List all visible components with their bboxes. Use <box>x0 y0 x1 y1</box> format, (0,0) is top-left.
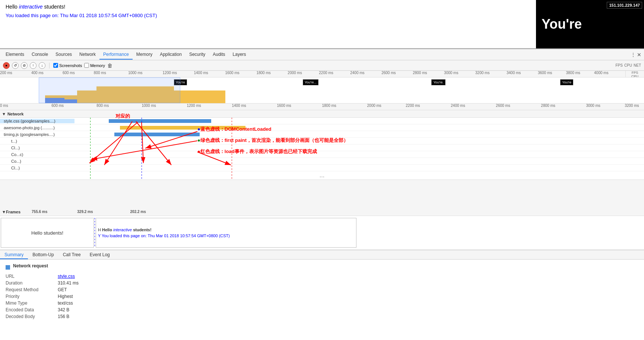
tick-3000ms: 3000 ms <box>444 71 458 75</box>
tab-memory[interactable]: Memory <box>133 50 156 60</box>
frame-duration-3: 202.2 ms <box>130 210 146 214</box>
network-row-label-6: Co...) <box>0 159 74 163</box>
frame-text-1: Hello students! <box>31 230 63 236</box>
network-row-4[interactable]: Cl...) <box>0 144 644 151</box>
page-preview: You're 151.101.229.147 <box>536 0 644 48</box>
screenshots-checkbox[interactable] <box>53 63 58 68</box>
tick-3400ms: 3400 ms <box>507 71 521 75</box>
summary-value-mime-type: text/css <box>58 301 73 306</box>
network-bar-0 <box>109 119 211 123</box>
overview-area[interactable]: You're You're... You're. You're <box>0 77 644 104</box>
hello-prefix: Hello <box>6 4 19 10</box>
frame-thumb-2-content: H Hello interactive students! Y You load… <box>96 218 356 247</box>
record-button[interactable]: ● <box>3 62 10 69</box>
network-row-5[interactable]: Co...c) <box>0 151 644 158</box>
network-bar-1 <box>120 126 245 130</box>
main-tick-2000ms: 2000 ms <box>367 104 381 108</box>
tab-summary[interactable]: Summary <box>0 250 28 259</box>
tab-network[interactable]: Network <box>76 50 99 60</box>
summary-label-decoded-body: Decoded Body <box>6 314 58 319</box>
main-tick-1200ms: 1200 ms <box>187 104 201 108</box>
cpu-label: CPU <box>624 63 632 67</box>
frame2-line1: H Hello interactive students! <box>98 228 152 232</box>
tick-1800ms: 1800 ms <box>256 71 270 75</box>
network-bar-area-0 <box>74 118 644 124</box>
main-tick-2400ms: 2400 ms <box>451 104 465 108</box>
main-tick-2800ms: 2800 ms <box>541 104 555 108</box>
frames-collapse-icon[interactable]: ▼ <box>2 210 6 214</box>
network-row-7[interactable]: Cl...) <box>0 165 644 171</box>
network-row-label-7: Cl...) <box>0 166 74 170</box>
more-options-icon[interactable]: ⋮ <box>630 52 636 58</box>
frame2-line2: Y You loaded this page on: Thu Mar 01 20… <box>98 233 230 238</box>
network-row-2[interactable]: timing.js (googlesamples....) <box>0 131 644 138</box>
fps-label: FPS <box>615 63 622 67</box>
close-devtools-icon[interactable]: ✕ <box>636 52 642 58</box>
network-collapse-icon[interactable]: ▼ <box>2 112 6 116</box>
tab-elements[interactable]: Elements <box>2 50 28 60</box>
upload-button[interactable]: ↑ <box>30 62 37 69</box>
hello-suffix: students! <box>43 4 66 10</box>
memory-checkbox[interactable] <box>84 63 89 68</box>
page-content: Hello interactive students! You loaded t… <box>0 0 644 48</box>
tick-3600ms: 3600 ms <box>538 71 552 75</box>
network-row-label-2: timing.js (googlesamples....) <box>0 132 74 137</box>
main-tick-1400ms: 1400 ms <box>232 104 246 108</box>
tick-600ms: 600 ms <box>63 71 75 75</box>
summary-value-request-method: GET <box>58 287 67 292</box>
devtools-tabs: Elements Console Sources Network Perform… <box>0 49 644 60</box>
download-button[interactable]: ↓ <box>39 62 45 69</box>
summary-label-mime-type: Mime Type <box>6 301 58 306</box>
network-bar-2 <box>114 133 200 136</box>
more-indicator: ... <box>0 171 644 179</box>
reload-record-button[interactable]: ↺ <box>12 62 19 69</box>
tick-800ms: 800 ms <box>94 71 106 75</box>
tab-audits[interactable]: Audits <box>209 50 229 60</box>
overview-selection[interactable] <box>39 77 180 103</box>
tab-bottom-up[interactable]: Bottom-Up <box>28 250 58 259</box>
tab-sources[interactable]: Sources <box>52 50 76 60</box>
summary-label-priority: Priority <box>6 294 58 299</box>
network-row-6[interactable]: Co...) <box>0 158 644 165</box>
memory-label: Memory <box>90 63 105 68</box>
main-tick-3200ms: 3200 ms <box>625 104 639 108</box>
network-row-label-0: style.css (googlesamples....) <box>0 119 74 123</box>
summary-row-url: URL style.css <box>6 274 638 279</box>
frame-thumb-1[interactable]: Hello students! <box>1 218 94 248</box>
tab-call-tree[interactable]: Call Tree <box>58 250 85 259</box>
ip-badge: 151.101.229.147 <box>607 2 642 9</box>
tab-performance[interactable]: Performance <box>99 50 133 60</box>
memory-checkbox-label[interactable]: Memory <box>84 63 105 68</box>
summary-value-url[interactable]: style.css <box>58 274 75 279</box>
summary-row-encoded-data: Encoded Data 342 B <box>6 307 638 312</box>
network-row-label-4: Cl...) <box>0 146 74 150</box>
summary-section-title: Network request <box>13 263 48 268</box>
network-row-0[interactable]: style.css (googlesamples....) <box>0 118 644 124</box>
tick-200ms: 200 ms <box>0 71 12 75</box>
main-tick-2200ms: 2200 ms <box>406 104 420 108</box>
summary-label-url: URL <box>6 274 58 279</box>
network-row-label-3: t...) <box>0 139 74 143</box>
network-row-label-1: awesome-photo.jpg (..........) <box>0 125 74 130</box>
network-bar-area-5 <box>74 151 644 158</box>
main-tick-1600ms: 1600 ms <box>277 104 291 108</box>
screenshots-checkbox-label[interactable]: Screenshots <box>53 63 82 68</box>
tick-2200ms: 2200 ms <box>319 71 333 75</box>
tab-event-log[interactable]: Event Log <box>85 250 114 259</box>
trash-icon[interactable]: 🗑 <box>107 63 112 69</box>
perf-toolbar: ● ↺ ⊘ ↑ ↓ Screenshots Memory 🗑 FPS CPU N… <box>0 60 644 71</box>
tab-application[interactable]: Application <box>156 50 185 60</box>
network-row-1[interactable]: awesome-photo.jpg (..........) <box>0 124 644 131</box>
network-bar-area-6 <box>74 158 644 164</box>
network-bar-area-2 <box>74 131 644 137</box>
tab-security[interactable]: Security <box>185 50 209 60</box>
frame-duration-2: 329.2 ms <box>77 210 93 214</box>
screenshot-thumb4: You're <box>560 79 573 85</box>
network-row-3[interactable]: t...) <box>0 138 644 144</box>
frame-thumb-2[interactable]: H Hello interactive students! Y You load… <box>96 218 356 248</box>
clear-button[interactable]: ⊘ <box>21 62 28 69</box>
tab-console[interactable]: Console <box>28 50 52 60</box>
tab-layers[interactable]: Layers <box>229 50 250 60</box>
tick-2400ms: 2400 ms <box>350 71 364 75</box>
main-tick-800ms: 800 ms <box>96 104 109 108</box>
